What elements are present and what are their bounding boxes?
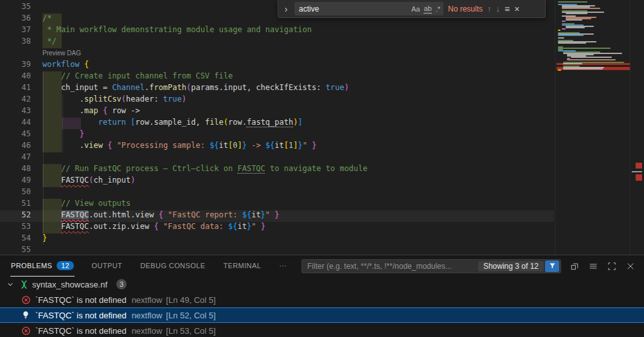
code-line[interactable]: 54}	[0, 233, 554, 245]
code-token: return	[98, 118, 126, 127]
code-line[interactable]: 40 // Create input channel from CSV file	[0, 71, 554, 83]
tab--[interactable]: ···	[278, 255, 287, 277]
line-number[interactable]: 43	[0, 106, 42, 118]
line-number[interactable]: 37	[0, 25, 42, 37]
collapse-all-icon[interactable]	[570, 262, 579, 271]
code-line[interactable]: 52 FASTQC.out.html.view { "FastQC report…	[0, 210, 554, 222]
code-line[interactable]: 42 .splitCsv(header: true)	[0, 95, 554, 106]
code-token: (	[224, 118, 228, 127]
code-token: params.input, checkIfExists:	[191, 83, 326, 92]
code-line[interactable]: 53 FASTQC.out.zip.view { "FastQC data: $…	[0, 222, 554, 233]
problems-count-badge: 12	[57, 261, 73, 270]
minimap-line	[562, 21, 566, 22]
minimap[interactable]	[557, 0, 630, 255]
tab-problems[interactable]: PROBLEMS12	[10, 255, 75, 277]
match-case-icon[interactable]: Aa	[411, 5, 420, 14]
code-line[interactable]: 46 .view { "Processing sample: ${it[0]} …	[0, 141, 554, 152]
code-token	[112, 141, 116, 150]
problems-file-name: syntax_showcase.nf	[32, 280, 107, 289]
tab-output[interactable]: OUTPUT	[91, 255, 123, 277]
line-number[interactable]: 41	[0, 83, 42, 95]
code-line[interactable]: 50	[0, 187, 554, 199]
code-line[interactable]: 55	[0, 245, 554, 255]
code-token: 0	[233, 141, 237, 150]
tab-terminal[interactable]: TERMINAL	[222, 255, 262, 277]
code-line[interactable]: 44 return [row.sample_id, file(row.fastq…	[0, 118, 554, 129]
line-number[interactable]: 36	[0, 14, 42, 25]
codelens-row[interactable]: Preview DAG	[0, 48, 554, 60]
line-number[interactable]: 50	[0, 187, 42, 199]
code-line[interactable]: 47	[0, 152, 554, 164]
problem-location: [Ln 53, Col 5]	[166, 326, 215, 336]
code-line[interactable]: 38 */	[0, 37, 554, 48]
line-content: .map { row ->	[42, 106, 140, 118]
line-number[interactable]: 47	[0, 152, 42, 164]
code-line[interactable]: 49 FASTQC(ch_input)	[0, 176, 554, 187]
line-number[interactable]: 55	[0, 245, 42, 255]
line-number[interactable]: 39	[0, 60, 42, 71]
line-number[interactable]: 44	[0, 118, 42, 129]
line-number[interactable]: 42	[0, 95, 42, 106]
line-number[interactable]: 54	[0, 233, 42, 245]
code-token	[42, 176, 61, 185]
problems-file-row[interactable]: syntax_showcase.nf 3	[0, 277, 644, 292]
line-number[interactable]: 46	[0, 141, 42, 152]
code-token: ch_input =	[42, 83, 112, 92]
minimap-line	[558, 48, 611, 49]
line-number[interactable]: 40	[0, 71, 42, 83]
filter-funnel-icon[interactable]	[545, 260, 559, 272]
code-line[interactable]: 37 * Main workflow demonstrating module …	[0, 25, 554, 37]
overview-ruler[interactable]	[630, 0, 644, 255]
line-number[interactable]: 53	[0, 222, 42, 233]
find-in-selection-icon[interactable]: ≡	[505, 4, 510, 14]
code-line[interactable]: 41 ch_input = Channel.fromPath(params.in…	[0, 83, 554, 95]
regex-icon[interactable]: .*	[436, 5, 440, 14]
find-input-box[interactable]: Aa ab .*	[294, 2, 443, 15]
find-previous-icon[interactable]: ↑	[487, 4, 492, 14]
line-number[interactable]: 35	[0, 2, 42, 14]
code-token: }	[261, 222, 265, 231]
find-input[interactable]	[299, 5, 407, 14]
code-line[interactable]: 48 // Run FastQC process – Ctrl–click on…	[0, 164, 554, 176]
problem-row[interactable]: `FASTQC` is not definednextflow[Ln 53, C…	[0, 323, 644, 337]
line-number[interactable]: 38	[0, 37, 42, 48]
lightbulb-icon[interactable]	[21, 310, 31, 320]
problem-message: `FASTQC` is not defined	[35, 326, 127, 336]
line-number[interactable]: 45	[0, 129, 42, 141]
code-token: "FastQC report:	[168, 210, 242, 219]
code-token: ch_input	[94, 176, 131, 185]
code-token: /*	[42, 14, 51, 23]
code-line[interactable]: 51 // View outputs	[0, 199, 554, 210]
code-line[interactable]: 45 }	[0, 129, 554, 141]
line-content: // View outputs	[42, 199, 130, 210]
code-token: (	[121, 95, 126, 104]
close-panel-icon[interactable]	[626, 262, 635, 271]
code-token: workflow	[42, 60, 80, 69]
code-editor[interactable]: 3536/*37 * Main workflow demonstrating m…	[0, 0, 644, 255]
line-number[interactable]: 49	[0, 176, 42, 187]
code-line[interactable]: 43 .map { row ->	[0, 106, 554, 118]
toggle-replace-icon[interactable]: ›	[282, 4, 290, 14]
tab-label: TERMINAL	[223, 262, 261, 269]
code-token: .	[42, 95, 84, 104]
tab-debug-console[interactable]: DEBUG CONSOLE	[139, 255, 206, 277]
line-number[interactable]: 48	[0, 164, 42, 176]
problems-filter[interactable]: Showing 3 of 12	[301, 259, 561, 273]
code-line[interactable]: 39workflow {	[0, 60, 554, 71]
line-number[interactable]: 52	[0, 210, 42, 222]
problems-filter-input[interactable]	[307, 262, 477, 271]
code-lines[interactable]: 3536/*37 * Main workflow demonstrating m…	[0, 2, 554, 255]
problem-row[interactable]: `FASTQC` is not definednextflow[Ln 52, C…	[0, 307, 644, 323]
code-token	[42, 118, 98, 127]
find-next-icon[interactable]: ↓	[496, 4, 501, 14]
maximize-panel-icon[interactable]	[607, 262, 616, 271]
chevron-down-icon[interactable]	[5, 279, 15, 289]
find-close-icon[interactable]: ×	[514, 4, 519, 14]
line-number[interactable]: 51	[0, 199, 42, 210]
line-number[interactable]	[0, 48, 42, 60]
whole-word-icon[interactable]: ab	[424, 4, 431, 14]
view-as-table-icon[interactable]	[589, 262, 598, 271]
ruler-cursor-mark	[632, 171, 642, 172]
problem-row[interactable]: `FASTQC` is not definednextflow[Ln 49, C…	[0, 292, 644, 307]
minimap-line	[558, 37, 564, 39]
